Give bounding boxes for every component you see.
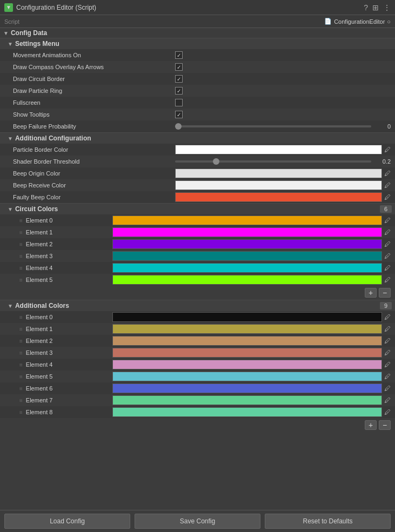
particle-border-color-bar[interactable]	[175, 145, 382, 154]
additional-config-header[interactable]: ▼ Additional Configuration	[0, 132, 395, 144]
menu-button[interactable]: ⋮	[383, 3, 391, 12]
add-element-3: ≡ Element 3 🖊	[0, 347, 395, 359]
add-element-2-label: Element 2	[26, 338, 112, 344]
eyedropper-icon[interactable]: 🖊	[384, 408, 391, 416]
beep-failure-number: 0	[374, 123, 391, 130]
eyedropper-icon[interactable]: 🖊	[384, 313, 391, 321]
circuit-colors-count: 6	[380, 205, 392, 213]
show-tooltips-checkbox[interactable]	[175, 111, 183, 118]
reset-defaults-button[interactable]: Reset to Defaults	[265, 514, 391, 529]
beep-origin-color-bar[interactable]	[175, 169, 382, 178]
add-element-5: ≡ Element 5 🖊	[0, 371, 395, 382]
eyedropper-icon[interactable]: 🖊	[384, 337, 391, 345]
circuit-colors-header[interactable]: ▼ Circuit Colors 6	[0, 203, 395, 214]
element-4-color-bar[interactable]	[112, 263, 382, 273]
save-config-button[interactable]: Save Config	[135, 514, 260, 529]
add-element-0-color[interactable]	[112, 312, 382, 322]
add-element-6-container: 🖊	[112, 383, 391, 393]
faulty-beep-color-label: Faulty Beep Color	[13, 194, 175, 200]
drag-handle-icon: ≡	[19, 253, 23, 259]
add-element-2-color[interactable]	[112, 336, 382, 346]
element-3-color-bar[interactable]	[112, 251, 382, 261]
element-0-label: Element 0	[26, 217, 112, 224]
eyedropper-icon[interactable]: 🖊	[384, 181, 391, 189]
eyedropper-icon[interactable]: 🖊	[384, 240, 391, 248]
element-5-color-bar[interactable]	[112, 275, 382, 285]
eyedropper-icon[interactable]: 🖊	[384, 228, 391, 236]
beep-receive-color-bar[interactable]	[175, 180, 382, 190]
eyedropper-icon[interactable]: 🖊	[384, 193, 391, 201]
triangle-icon: ▼	[8, 136, 13, 142]
additional-colors-header[interactable]: ▼ Additional Colors 9	[0, 300, 395, 311]
config-data-header[interactable]: ▼ Config Data	[0, 28, 395, 38]
circuit-add-button[interactable]: +	[365, 288, 377, 298]
add-element-7: ≡ Element 7 🖊	[0, 394, 395, 406]
element-1-color-container: 🖊	[112, 227, 391, 237]
triangle-icon: ▼	[3, 30, 9, 36]
movement-animations-checkbox[interactable]	[175, 51, 183, 59]
draw-particle-row: Draw Particle Ring	[0, 85, 395, 97]
eyedropper-icon[interactable]: 🖊	[384, 217, 391, 224]
title-bar-actions: ? ⊞ ⋮	[364, 3, 391, 12]
drag-handle-icon: ≡	[19, 241, 23, 247]
element-0-color-bar[interactable]	[112, 216, 382, 225]
beep-origin-color-value: 🖊	[175, 169, 391, 178]
faulty-beep-color-value: 🖊	[175, 192, 391, 202]
eyedropper-icon[interactable]: 🖊	[384, 325, 391, 333]
eyedropper-icon[interactable]: 🖊	[384, 252, 391, 260]
fullscreen-checkbox[interactable]	[175, 99, 183, 106]
eyedropper-icon[interactable]: 🖊	[384, 361, 391, 368]
eyedropper-icon[interactable]: 🖊	[384, 396, 391, 404]
element-2-color-bar[interactable]	[112, 239, 382, 249]
shader-border-slider[interactable]	[175, 160, 371, 163]
draw-particle-value	[175, 87, 391, 95]
additional-add-button[interactable]: +	[365, 420, 377, 430]
movement-animations-value	[175, 51, 391, 59]
add-element-7-color[interactable]	[112, 395, 382, 405]
eyedropper-icon[interactable]: 🖊	[384, 276, 391, 284]
add-element-3-color[interactable]	[112, 348, 382, 358]
add-element-6-color[interactable]	[112, 383, 382, 393]
draw-compass-checkbox[interactable]	[175, 63, 183, 71]
layout-button[interactable]: ⊞	[372, 3, 379, 12]
eyedropper-icon[interactable]: 🖊	[384, 385, 391, 392]
drag-handle-icon: ≡	[19, 350, 23, 356]
beep-failure-slider[interactable]	[175, 125, 371, 127]
beep-receive-color-row: Beep Receive Color 🖊	[0, 179, 395, 191]
faulty-beep-color-bar[interactable]	[175, 192, 382, 202]
drag-handle-icon: ≡	[19, 218, 23, 224]
eyedropper-icon[interactable]: 🖊	[384, 349, 391, 356]
add-element-8-color[interactable]	[112, 407, 382, 417]
draw-circuit-row: Draw Circuit Border	[0, 73, 395, 85]
triangle-icon: ▼	[8, 303, 13, 309]
circuit-element-3: ≡ Element 3 🖊	[0, 250, 395, 262]
show-tooltips-value	[175, 111, 391, 118]
add-element-0-container: 🖊	[112, 312, 391, 322]
add-element-4-color[interactable]	[112, 360, 382, 369]
load-config-button[interactable]: Load Config	[4, 514, 130, 529]
faulty-beep-color-row: Faulty Beep Color 🖊	[0, 191, 395, 203]
eyedropper-icon[interactable]: 🖊	[384, 170, 391, 177]
draw-circuit-label: Draw Circuit Border	[13, 76, 175, 82]
element-4-color-container: 🖊	[112, 263, 391, 273]
drag-handle-icon: ≡	[19, 277, 23, 283]
additional-colors-count: 9	[380, 302, 392, 309]
draw-particle-checkbox[interactable]	[175, 87, 183, 95]
drag-handle-icon: ≡	[19, 265, 23, 271]
title-bar: ▼ Configuration Editor (Script) ? ⊞ ⋮	[0, 0, 395, 15]
add-element-5-color[interactable]	[112, 372, 382, 381]
additional-remove-button[interactable]: −	[379, 420, 391, 430]
help-button[interactable]: ?	[364, 3, 368, 12]
eyedropper-icon[interactable]: 🖊	[384, 373, 391, 380]
fullscreen-row: Fullscreen	[0, 97, 395, 109]
add-element-5-container: 🖊	[112, 372, 391, 381]
circuit-remove-button[interactable]: −	[379, 288, 391, 298]
draw-circuit-checkbox[interactable]	[175, 75, 183, 83]
settings-menu-header[interactable]: ▼ Settings Menu	[0, 38, 395, 49]
eyedropper-icon[interactable]: 🖊	[384, 146, 391, 153]
eyedropper-icon[interactable]: 🖊	[384, 264, 391, 272]
add-element-1-color[interactable]	[112, 324, 382, 334]
additional-colors-title: Additional Colors	[15, 302, 69, 309]
circle-icon: ○	[387, 18, 391, 25]
element-1-color-bar[interactable]	[112, 227, 382, 237]
